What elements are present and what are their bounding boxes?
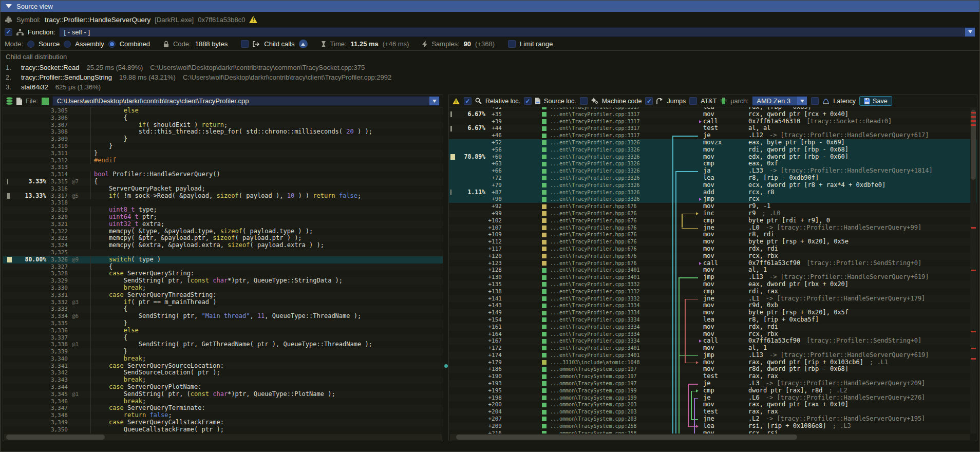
child-calls-checkbox[interactable] — [241, 40, 249, 48]
limit-range-checkbox[interactable] — [508, 40, 516, 48]
source-line[interactable]: 3,307 if( shouldExit ) return; — [3, 122, 443, 129]
source-line[interactable]: 3,350 QueueCallstackFrame( ptr ); — [3, 426, 443, 434]
source-line[interactable]: 3,324 memcpy( &extra, &payload.extra, si… — [3, 242, 443, 249]
asm-line[interactable]: +52...ent\TracyProfiler.cpp:3326movzxeax… — [449, 139, 977, 146]
asm-line[interactable]: 1.11%+87...ent\TracyProfiler.cpp:3326add… — [449, 189, 977, 196]
asm-line[interactable]: +164...ent\TracyProfiler.cpp:3334movrcx,… — [449, 331, 977, 338]
function-checkbox[interactable] — [5, 28, 12, 36]
source-line[interactable]: 3,332@3 if( ptr == m_mainThread ) — [3, 299, 443, 306]
source-code-view[interactable]: 3,305 else3,306 {3,307 if( shouldExit ) … — [3, 107, 443, 434]
source-line[interactable]: 3,341 case ServerQuerySourceLocation: — [3, 363, 443, 370]
asm-line[interactable]: +200...ommon\TracySystem.cpp:203movrax, … — [449, 401, 977, 408]
save-button[interactable]: Save — [859, 96, 892, 106]
source-line[interactable]: 3,311} — [3, 150, 443, 157]
assembly-view[interactable]: +31...ent\TracyProfiler.cpp:3317leardx, … — [449, 107, 977, 434]
splitter-grip-icon[interactable] — [444, 364, 448, 368]
source-loc-checkbox[interactable] — [524, 97, 532, 105]
asm-line[interactable]: +39...ent\TracyProfiler.cpp:3317call0x7f… — [449, 118, 977, 125]
child-call-row[interactable]: 3.stat64i32625 μs (1.36%) — [6, 82, 974, 92]
source-line[interactable]: 3,347 case ServerQueryTerminate: — [3, 405, 443, 412]
mode-radio-combined[interactable] — [108, 41, 116, 48]
asm-line[interactable]: +216...ommon\TracySystem.cpp:258movrcx, … — [449, 430, 977, 434]
source-line[interactable]: 3,309 } — [3, 136, 443, 143]
asm-line[interactable]: +138...ent\TracyProfiler.cpp:3332cmprdi,… — [449, 288, 977, 295]
asm-line[interactable]: +90...ent\TracyProfiler.cpp:3326jmprcx — [449, 196, 977, 203]
source-line[interactable]: 13.33%3,317@5 if( !m_sock->Read( &payloa… — [3, 193, 443, 200]
assembly-hscrollbar[interactable] — [450, 434, 970, 440]
asm-line[interactable]: +204...ommon\TracySystem.cpp:203testrax,… — [449, 408, 977, 416]
asm-line[interactable]: +209...ommon\TracySystem.cpp:258learsi, … — [449, 423, 977, 430]
source-line[interactable]: 3,344 case ServerQueryPlotName: — [3, 384, 443, 391]
source-line[interactable]: 3,310 } — [3, 143, 443, 150]
assembly-vscrollbar[interactable] — [970, 108, 976, 434]
source-line[interactable]: 3,345@1 SendString( ptr, (const char*)pt… — [3, 391, 443, 398]
asm-line[interactable]: +141...ent\TracyProfiler.cpp:3332jne.L1-… — [449, 295, 977, 303]
asm-line[interactable]: +207...ommon\TracySystem.cpp:203jne.L2->… — [449, 416, 977, 423]
source-line[interactable]: 3,308 std::this_thread::sleep_for( std::… — [3, 128, 443, 136]
asm-line[interactable]: +112...ent\TracyProfiler.hpp:676movbyte … — [449, 238, 977, 246]
source-line[interactable]: 3,339 } — [3, 348, 443, 355]
mode-radio-source[interactable] — [27, 41, 34, 48]
asm-line[interactable]: +130...ent\TracyProfiler.cpp:3401jmp.L13… — [449, 274, 977, 281]
asm-line[interactable]: +46...ent\TracyProfiler.cpp:3317je.L12->… — [449, 132, 977, 139]
source-line[interactable]: 3,337 { — [3, 334, 443, 342]
uarch-combo[interactable]: AMD Zen 3 — [752, 96, 807, 106]
asm-line[interactable]: +143...ent\TracyProfiler.cpp:3334movr9d,… — [449, 302, 977, 309]
source-line[interactable]: 3,330 break; — [3, 285, 443, 292]
source-line[interactable]: 3,338@1 SendString( ptr, GetThreadName( … — [3, 341, 443, 348]
asm-line[interactable]: +179....31103\include\atomic:1048movrax,… — [449, 359, 977, 366]
source-line[interactable]: 3,325 — [3, 249, 443, 256]
asm-line[interactable]: +72...ent\TracyProfiler.cpp:3326lear8, [… — [449, 175, 977, 182]
relative-loc-checkbox[interactable] — [464, 97, 472, 105]
child-call-row[interactable]: 1.tracy::Socket::Read25.25 ms (54.89%)C:… — [6, 63, 974, 72]
source-line[interactable]: 3,343 break; — [3, 376, 443, 384]
source-line[interactable]: 3,336 else — [3, 327, 443, 334]
source-line[interactable]: 3,331 case ServerQueryThreadString: — [3, 292, 443, 299]
source-line[interactable]: 3,313 — [3, 164, 443, 171]
asm-line[interactable]: +154...ent\TracyProfiler.cpp:3334lear8, … — [449, 316, 977, 324]
asm-line[interactable]: +56...ent\TracyProfiler.cpp:3326movrdi, … — [449, 146, 977, 154]
asm-line[interactable]: 6.67%+35...ent\TracyProfiler.cpp:3317mov… — [449, 111, 977, 118]
asm-line[interactable]: +198...ommon\TracySystem.cpp:199je.L6-> … — [449, 394, 977, 402]
asm-line[interactable]: 78.89%+60...ent\TracyProfiler.cpp:3326mo… — [449, 154, 977, 161]
asm-line[interactable]: +190...ommon\TracySystem.cpp:197testrax,… — [449, 373, 977, 380]
asm-line[interactable]: +161...ent\TracyProfiler.cpp:3334movrdx,… — [449, 324, 977, 331]
source-line[interactable]: 3,322 memcpy( &type, &payload.type, size… — [3, 228, 443, 235]
source-line[interactable]: 3,316 ServerQueryPacket payload; — [3, 185, 443, 193]
asm-line[interactable]: +92...ent\TracyProfiler.hpp:676movr9, -1 — [449, 203, 977, 210]
source-line[interactable]: 3.33%3,315@7{ — [3, 178, 443, 185]
asm-line[interactable]: +120...ent\TracyProfiler.hpp:676movrcx, … — [449, 253, 977, 260]
source-line[interactable]: 3,314bool Profiler::HandleServerQuery() — [3, 171, 443, 178]
asm-line[interactable]: +123...ent\TracyProfiler.hpp:676call0x7f… — [449, 260, 977, 267]
source-line[interactable]: 3,342 SendSourceLocation( ptr ); — [3, 369, 443, 376]
asm-line[interactable]: +117...ent\TracyProfiler.hpp:676movrdx, … — [449, 246, 977, 253]
title-bar[interactable]: Source view — [1, 1, 979, 12]
asm-line[interactable]: +135...ent\TracyProfiler.cpp:3332moveax,… — [449, 281, 977, 288]
file-combo-arrow[interactable] — [429, 97, 439, 105]
source-line[interactable]: 3,319 uint8_t type; — [3, 206, 443, 214]
asm-line[interactable]: +174...ent\TracyProfiler.cpp:3401jmp.L13… — [449, 352, 977, 359]
panel-splitter[interactable] — [443, 95, 448, 441]
source-line[interactable]: 3,335 } — [3, 320, 443, 327]
source-line[interactable]: 3,327 { — [3, 263, 443, 271]
source-line[interactable]: 3,349 case ServerQueryCallstackFrame: — [3, 419, 443, 426]
asm-line[interactable]: +66...ent\TracyProfiler.cpp:3326ja.L33->… — [449, 167, 977, 175]
source-line[interactable]: 3,333 { — [3, 306, 443, 313]
mode-radio-assembly[interactable] — [64, 41, 71, 48]
file-combo[interactable]: C:\Users\wolf\Desktop\darkrl\contrib\tra… — [52, 96, 440, 106]
source-hscrollbar[interactable] — [4, 434, 442, 440]
source-line[interactable]: 3,346 break; — [3, 398, 443, 405]
asm-line[interactable]: +167...ent\TracyProfiler.cpp:3334call0x7… — [449, 337, 977, 345]
asm-line[interactable]: +193...ommon\TracySystem.cpp:197je.L3-> … — [449, 380, 977, 387]
asm-line[interactable]: +63...ent\TracyProfiler.cpp:3326cmpeax, … — [449, 160, 977, 167]
source-line[interactable]: 3,320 uint64_t ptr; — [3, 214, 443, 221]
source-line[interactable]: 3,329 SendString( ptr, (const char*)ptr,… — [3, 277, 443, 285]
jumps-checkbox[interactable] — [645, 97, 653, 105]
source-line[interactable]: 3,305 else — [3, 107, 443, 115]
source-line[interactable]: 3,328 case ServerQueryString: — [3, 270, 443, 277]
source-line[interactable]: 3,321 uint32_t extra; — [3, 221, 443, 228]
child-calls-up-button[interactable] — [299, 40, 308, 48]
uarch-combo-arrow[interactable] — [797, 97, 807, 105]
asm-line[interactable]: +109...ent\TracyProfiler.hpp:676movr8, r… — [449, 231, 977, 238]
asm-line[interactable]: +99...ent\TracyProfiler.hpp:676incr9; .L… — [449, 210, 977, 217]
